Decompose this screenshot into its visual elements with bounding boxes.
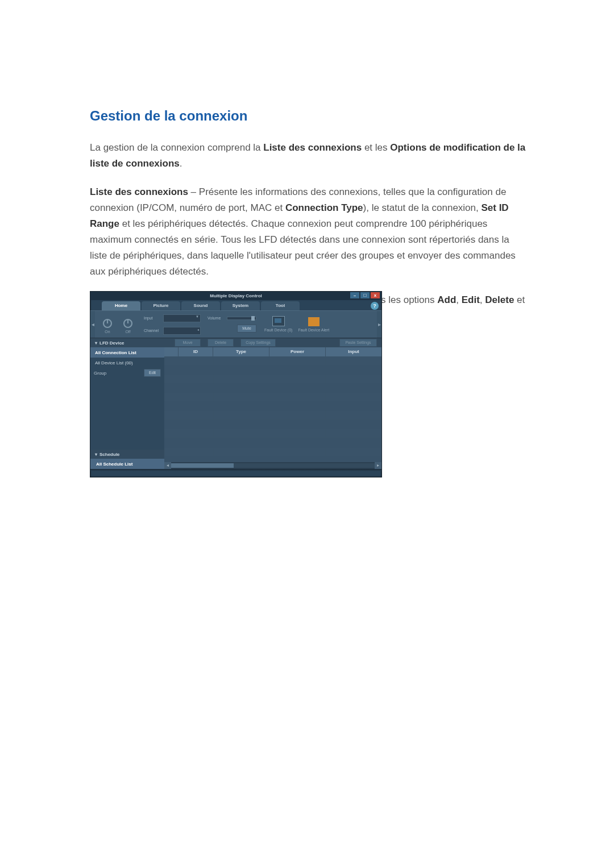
scroll-left-icon[interactable]: ◂ (164, 462, 171, 469)
sidebar-item-all-device[interactable]: All Device List (00) (90, 358, 164, 368)
group-edit-button[interactable]: Edit (144, 369, 161, 377)
toolbar: LFD Device Move Delete Copy Settings Pas… (90, 338, 381, 347)
text: et (514, 294, 525, 305)
power-off-button[interactable] (120, 315, 136, 331)
grid-header-checkbox[interactable] (164, 347, 178, 356)
titlebar: Multiple Display Control – □ x (90, 292, 381, 300)
tab-sound[interactable]: Sound (181, 301, 220, 310)
power-icon (122, 317, 134, 329)
fault-alert-label: Fault Device Alert (298, 327, 329, 333)
grid-row[interactable] (164, 447, 381, 456)
delete-button[interactable]: Delete (208, 339, 234, 347)
bold: Delete (485, 294, 514, 305)
paste-settings-button[interactable]: Paste Settings (339, 339, 377, 347)
grid-row[interactable] (164, 402, 381, 411)
tab-home[interactable]: Home (102, 301, 140, 310)
paragraph-list: Liste des connexions – Présente les info… (90, 184, 528, 280)
sidebar-group-row: Group Edit (90, 368, 164, 378)
grid-body (164, 356, 381, 462)
grid-row[interactable] (164, 429, 381, 438)
ribbon: ◂ On Off Input (90, 310, 381, 338)
power-icon (101, 317, 114, 329)
power-on-button[interactable] (99, 315, 115, 331)
section-heading: Gestion de la connexion (90, 108, 528, 124)
grid-row[interactable] (164, 375, 381, 384)
bold: Liste des connexions (263, 142, 362, 153)
grid-row[interactable] (164, 456, 381, 462)
fault-alert-icon[interactable] (308, 317, 320, 326)
fault-device-label: Fault Device (0) (264, 327, 292, 333)
app-window: Multiple Display Control – □ x ? Home Pi… (90, 291, 382, 477)
text: , (480, 294, 485, 305)
channel-stepper[interactable] (163, 327, 201, 335)
channel-label: Channel (144, 329, 163, 333)
grid-header-power[interactable]: Power (269, 347, 325, 356)
volume-slider[interactable] (227, 317, 256, 320)
bold: Add (437, 294, 456, 305)
mute-button[interactable]: Mute (237, 325, 256, 333)
grid-row[interactable] (164, 384, 381, 393)
grid-row[interactable] (164, 356, 381, 366)
sidebar-header-schedule[interactable]: Schedule (90, 450, 164, 459)
power-off-label: Off (120, 330, 136, 334)
sidebar: All Connection List All Device List (00)… (90, 347, 164, 469)
sidebar-item-all-schedule[interactable]: All Schedule List (90, 459, 164, 469)
grid-row[interactable] (164, 366, 381, 375)
grid-header-type[interactable]: Type (213, 347, 269, 356)
group-label: Group (94, 371, 106, 376)
text: et les périphériques détectés. Chaque co… (90, 218, 516, 277)
bold: Edit (462, 294, 480, 305)
copy-settings-button[interactable]: Copy Settings (240, 339, 276, 347)
window-minimize-button[interactable]: – (350, 292, 359, 298)
volume-label: Volume (208, 316, 227, 320)
power-on-label: On (99, 330, 115, 334)
sidebar-header-lfd[interactable]: LFD Device (90, 338, 169, 347)
ribbon-next-icon[interactable]: ▸ (377, 311, 381, 338)
help-button[interactable]: ? (371, 302, 379, 310)
tab-picture[interactable]: Picture (142, 301, 180, 310)
sidebar-item-all-connection[interactable]: All Connection List (90, 347, 164, 358)
tab-system[interactable]: System (221, 301, 260, 310)
input-dropdown[interactable] (163, 314, 201, 322)
grid-header-id[interactable]: ID (178, 347, 213, 356)
horizontal-scrollbar[interactable]: ◂ ▸ (164, 462, 381, 469)
bold: Connection Type (285, 202, 363, 213)
window-title: Multiple Display Control (210, 293, 262, 298)
tab-tool[interactable]: Tool (261, 301, 300, 310)
window-close-button[interactable]: x (371, 292, 380, 298)
bold: Liste des connexions (90, 186, 188, 197)
text: , (456, 294, 461, 305)
scroll-right-icon[interactable]: ▸ (375, 462, 381, 469)
grid-header-input[interactable]: Input (325, 347, 381, 356)
text: . (180, 158, 182, 169)
text: et les (362, 142, 390, 153)
input-label: Input (144, 316, 163, 320)
paragraph-intro: La gestion de la connexion comprend la L… (90, 140, 528, 172)
ribbon-prev-icon[interactable]: ◂ (90, 311, 95, 338)
move-button[interactable]: Move (175, 339, 201, 347)
grid-row[interactable] (164, 438, 381, 447)
device-grid: ID Type Power Input (164, 347, 381, 469)
main-tabs: Home Picture Sound System Tool (102, 300, 381, 310)
text: ), le statut de la connexion, (363, 202, 482, 213)
grid-row[interactable] (164, 393, 381, 402)
window-maximize-button[interactable]: □ (360, 292, 370, 298)
grid-row[interactable] (164, 420, 381, 429)
text: La gestion de la connexion comprend la (90, 142, 263, 153)
grid-row[interactable] (164, 411, 381, 420)
fault-device-icon[interactable] (272, 316, 285, 326)
